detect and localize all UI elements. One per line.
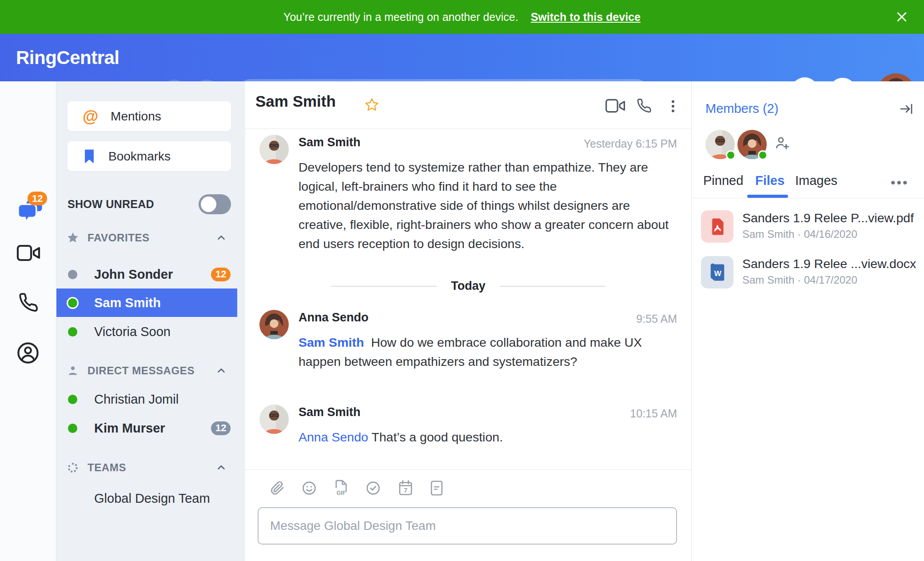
direct-messages-section-header[interactable]: DIRECT MESSAGES [56,363,245,378]
video-camera-icon [16,244,40,262]
teams-title: TEAMS [88,461,126,474]
tab-files[interactable]: Files [755,173,785,188]
sidebar-item-global-design-team[interactable]: Global Design Team [56,484,237,513]
message-input[interactable] [259,508,676,544]
details-panel: Members (2) [692,81,924,561]
file-row[interactable]: Sanders 1.9 Relee P...view.pdf Sam Smith… [692,210,924,248]
divider-line [500,286,605,287]
chat-column: Sam Smith [245,81,692,561]
unread-count-badge: 12 [211,421,231,435]
toggle-knob [201,196,216,212]
sidebar-item-victoria-soon[interactable]: Victoria Soon [56,317,237,346]
conversation-more-button[interactable] [665,98,681,114]
message-text: Anna Sendo That’s a good question. [299,428,678,447]
message-timestamp: Yesterday 6:15 PM [584,137,677,150]
contact-name: John Sonder [94,267,173,282]
active-tab-underline [747,195,788,198]
video-camera-icon [605,98,625,113]
anna-sendo-avatar-image [259,310,289,339]
avatar[interactable] [259,135,289,164]
gif-button[interactable]: GIF [332,479,350,497]
tab-images[interactable]: Images [795,173,837,188]
sidebar-item-john-sonder[interactable]: John Sonder 12 [56,260,237,289]
contact-name: Christian Jomil [94,392,179,407]
sam-smith-avatar-image [259,405,289,434]
tab-pinned[interactable]: Pinned [703,173,743,188]
add-member-button[interactable] [774,135,791,152]
rail-contacts-button[interactable] [16,341,40,365]
favorite-star-icon[interactable] [364,97,379,112]
close-icon [895,10,908,24]
teams-section-header[interactable]: TEAMS [56,460,245,475]
sidebar-item-christian-jomil[interactable]: Christian Jomil [56,385,237,413]
switch-device-link[interactable]: Switch to this device [531,11,641,24]
arrow-to-bar-icon [899,101,914,116]
message-author[interactable]: Anna Sendo [299,311,369,325]
presence-dot-online [68,327,77,337]
conversation-sidebar: @ Mentions Bookmarks SHOW UNREAD FAVORIT… [56,81,245,561]
avatar[interactable] [259,405,289,434]
sidebar-item-sam-smith[interactable]: Sam Smith [56,289,237,317]
check-circle-icon [366,481,381,496]
word-file-icon: W [701,256,733,289]
message-timestamp: 10:15 AM [630,407,677,420]
date-divider: Today [245,279,691,293]
bookmarks-label: Bookmarks [108,149,171,164]
team-name: Global Design Team [94,491,210,506]
collapse-panel-button[interactable] [899,101,915,117]
message-author[interactable]: Sam Smith [299,405,361,419]
new-task-button[interactable] [364,479,382,497]
members-link[interactable]: Members (2) [705,101,778,116]
banner-close-button[interactable] [891,6,912,28]
new-event-button[interactable]: 7 [397,479,414,497]
ringcentral-logo: RingCentral [16,34,119,81]
mention-link[interactable]: Anna Sendo [299,430,368,444]
contact-circle-icon [16,341,40,365]
calendar-icon: 7 [398,480,413,496]
sam-smith-avatar-image [259,135,289,164]
phone-icon [636,98,652,114]
attach-file-button[interactable] [268,479,286,497]
show-unread-toggle[interactable] [199,194,231,214]
kebab-menu-icon [665,98,681,114]
mention-link[interactable]: Sam Smith [299,335,364,349]
new-note-button[interactable] [428,479,446,497]
message-author[interactable]: Sam Smith [299,136,361,149]
word-letter: W [714,269,721,277]
person-icon [67,365,79,377]
sidebar-item-bookmarks[interactable]: Bookmarks [68,141,231,171]
at-mention-icon: @ [83,107,98,126]
start-video-button[interactable] [605,98,625,113]
message-text: Sam Smith How do we embrace collaboratio… [299,333,678,371]
start-call-button[interactable] [636,98,652,114]
gif-label: GIF [336,490,346,496]
favorites-section-header[interactable]: FAVORITES [56,230,245,245]
unread-count-badge: 12 [211,268,231,281]
messages-unread-badge: 12 [28,192,47,205]
person-plus-icon [774,135,791,152]
direct-messages-title: DIRECT MESSAGES [88,365,195,377]
file-name: Sanders 1.9 Relee ...view.docx [742,256,916,271]
date-divider-label: Today [451,279,486,293]
file-meta: Sam Smith · 04/16/2020 [742,228,857,240]
sidebar-item-mentions[interactable]: @ Mentions [68,101,231,131]
ringcentral-app: You’re currently in a meeting on another… [0,0,924,561]
rail-video-button[interactable] [16,244,40,262]
tabs-more-button[interactable]: ••• [891,175,909,190]
member-presence-dot [726,150,736,160]
file-row[interactable]: W Sanders 1.9 Relee ...view.docx Sam Smi… [692,256,924,294]
star-icon [67,232,79,244]
message-text-body: That’s a good question. [371,430,503,444]
rail-phone-button[interactable] [18,293,39,314]
file-name: Sanders 1.9 Relee P...view.pdf [742,211,914,225]
pdf-file-icon [701,210,733,243]
sidebar-item-kim-murser[interactable]: Kim Murser 12 [56,414,237,442]
avatar[interactable] [259,310,289,339]
contact-name: Kim Murser [94,421,165,436]
meeting-banner-message: You’re currently in a meeting on another… [283,11,518,24]
chevron-up-icon [215,232,227,244]
app-header: RingCentral [0,34,924,81]
emoji-button[interactable] [300,479,318,497]
calendar-day-label: 7 [404,487,407,494]
presence-dot-online [68,298,77,308]
